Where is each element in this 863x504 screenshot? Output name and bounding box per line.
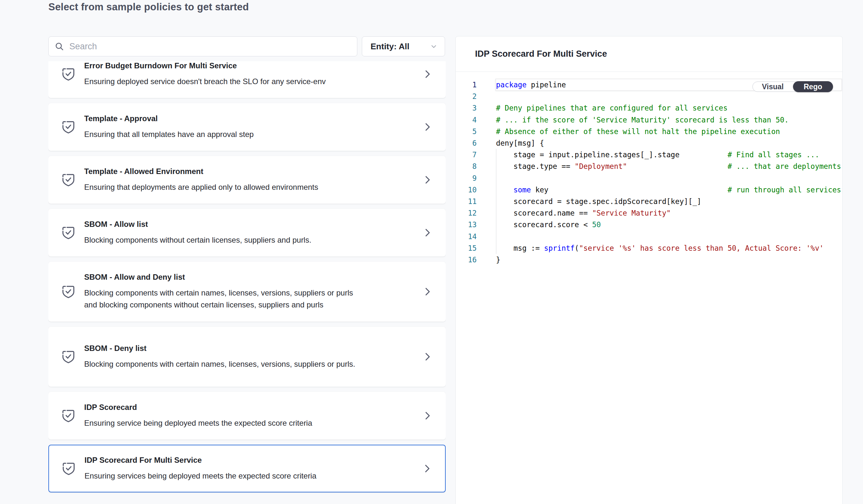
policy-card-title: SBOM - Deny list: [84, 344, 414, 353]
policy-card-description: Ensuring that all templates have an appr…: [84, 128, 362, 140]
line-content: # Absence of either of these will not ha…: [496, 127, 780, 136]
line-content: }: [496, 256, 501, 264]
policy-card-description: Ensuring that deployments are applied on…: [84, 181, 362, 193]
chevron-right-icon[interactable]: [422, 227, 433, 238]
policy-card-description: Ensuring deployed service doesn't breach…: [84, 75, 362, 87]
chevron-right-icon[interactable]: [422, 286, 433, 297]
policy-shield-icon: [61, 172, 76, 188]
rego-code-editor[interactable]: 1package pipeline23# Deny pipelines that…: [456, 72, 842, 504]
policy-card-description: Blocking components without certain lice…: [84, 234, 362, 246]
line-number: 3: [456, 104, 477, 112]
policy-card-3[interactable]: SBOM - Allow list Blocking components wi…: [48, 209, 446, 257]
policy-shield-icon: [61, 461, 76, 476]
code-line-7: 7 stage = input.pipeline.stages[_].stage…: [456, 149, 842, 160]
chevron-right-icon[interactable]: [422, 175, 433, 185]
code-line-4: 4# ... if the score of 'Service Maturity…: [456, 114, 842, 126]
code-lines: 1package pipeline23# Deny pipelines that…: [456, 72, 842, 266]
policy-card-text: IDP Scorecard Ensuring service being dep…: [84, 403, 414, 429]
code-line-11: 11 scorecard = stage.spec.idpScorecard[k…: [456, 196, 842, 207]
policy-card-1[interactable]: Template - Approval Ensuring that all te…: [48, 103, 446, 151]
toggle-option-visual[interactable]: Visual: [753, 82, 793, 91]
line-number: 7: [456, 151, 477, 159]
policy-card-2[interactable]: Template - Allowed Environment Ensuring …: [48, 156, 446, 204]
line-content: # ... if the score of 'Service Maturity'…: [496, 116, 789, 124]
line-content: stage.type == "Deployment" # ... that ar…: [496, 162, 841, 170]
policy-card-text: IDP Scorecard For Multi Service Ensuring…: [85, 456, 413, 482]
line-number: 10: [456, 185, 477, 194]
entity-filter-dropdown[interactable]: Entity: All: [362, 36, 445, 56]
code-line-15: 15 msg := sprintf("service '%s' has scor…: [456, 242, 842, 254]
line-number: 9: [456, 174, 477, 182]
chevron-right-icon[interactable]: [422, 410, 433, 421]
policy-card-0[interactable]: Error Budget Burndown For Multi Service …: [48, 61, 446, 98]
chevron-down-icon: [430, 42, 438, 50]
code-line-10: 10 some key # run through all services: [456, 184, 842, 196]
policy-card-description: Blocking components with certain names, …: [84, 287, 362, 311]
search-box[interactable]: [48, 36, 357, 56]
line-number: 13: [456, 220, 477, 229]
policy-card-title: SBOM - Allow list: [84, 220, 414, 229]
line-number: 8: [456, 162, 477, 170]
chevron-right-icon[interactable]: [422, 69, 433, 80]
line-number: 2: [456, 92, 477, 101]
toggle-option-rego[interactable]: Rego: [793, 81, 833, 92]
line-number: 11: [456, 197, 477, 206]
code-line-8: 8 stage.type == "Deployment" # ... that …: [456, 160, 842, 172]
line-content: deny[msg] {: [496, 139, 544, 147]
policy-card-text: SBOM - Allow list Blocking components wi…: [84, 220, 414, 246]
line-number: 15: [456, 244, 477, 252]
code-line-6: 6deny[msg] {: [456, 137, 842, 149]
line-content: stage = input.pipeline.stages[_].stage #…: [496, 151, 819, 159]
code-line-2: 2: [456, 91, 842, 102]
policy-shield-icon: [61, 349, 76, 364]
line-number: 6: [456, 139, 477, 147]
code-line-13: 13 scorecard.score < 50: [456, 219, 842, 230]
line-content: # Deny pipelines that are configured for…: [496, 104, 727, 112]
policy-card-title: IDP Scorecard: [84, 403, 414, 412]
line-content: some key # run through all services: [496, 185, 841, 194]
line-content: scorecard.name == "Service Maturity": [496, 209, 671, 217]
policy-card-text: Error Budget Burndown For Multi Service …: [84, 61, 414, 87]
policy-card-5[interactable]: SBOM - Deny list Blocking components wit…: [48, 327, 446, 387]
chevron-right-icon[interactable]: [422, 121, 433, 132]
policy-card-text: SBOM - Allow and Deny list Blocking comp…: [84, 273, 414, 311]
policy-card-title: IDP Scorecard For Multi Service: [85, 456, 413, 465]
code-line-3: 3# Deny pipelines that are configured fo…: [456, 102, 842, 114]
line-content: package pipeline: [496, 80, 566, 89]
policy-shield-icon: [61, 66, 76, 82]
line-number: 12: [456, 209, 477, 217]
policy-list: Error Budget Burndown For Multi Service …: [48, 61, 446, 504]
line-number: 1: [456, 80, 477, 89]
policy-shield-icon: [61, 284, 76, 299]
policy-shield-icon: [61, 408, 76, 424]
line-number: 16: [456, 256, 477, 264]
policy-card-4[interactable]: SBOM - Allow and Deny list Blocking comp…: [48, 262, 446, 322]
preview-header: IDP Scorecard For Multi Service: [456, 36, 842, 72]
policy-shield-icon: [61, 119, 76, 135]
line-content: msg := sprintf("service '%s' has score l…: [496, 244, 824, 252]
policy-card-text: Template - Approval Ensuring that all te…: [84, 114, 414, 140]
code-line-16: 16}: [456, 254, 842, 266]
policy-card-6[interactable]: IDP Scorecard Ensuring service being dep…: [48, 392, 446, 440]
line-content: scorecard.score < 50: [496, 220, 601, 229]
code-line-14: 14: [456, 230, 842, 242]
policy-card-7[interactable]: IDP Scorecard For Multi Service Ensuring…: [48, 445, 446, 492]
chevron-right-icon[interactable]: [422, 463, 432, 474]
code-line-5: 5# Absence of either of these will not h…: [456, 126, 842, 137]
search-icon: [54, 41, 64, 51]
policy-card-description: Ensuring services being deployed meets t…: [85, 470, 362, 482]
policy-card-title: Template - Approval: [84, 114, 414, 123]
policy-preview-panel: IDP Scorecard For Multi Service 1package…: [455, 36, 843, 504]
editor-mode-toggle[interactable]: Visual Rego: [752, 81, 833, 92]
preview-title: IDP Scorecard For Multi Service: [475, 49, 607, 59]
policy-card-title: Template - Allowed Environment: [84, 167, 414, 176]
search-input[interactable]: [69, 41, 351, 52]
chevron-right-icon[interactable]: [422, 351, 433, 362]
policy-card-text: Template - Allowed Environment Ensuring …: [84, 167, 414, 193]
policy-shield-icon: [61, 225, 76, 241]
line-number: 4: [456, 116, 477, 124]
policy-card-title: Error Budget Burndown For Multi Service: [84, 61, 414, 70]
line-number: 5: [456, 127, 477, 136]
policy-card-text: SBOM - Deny list Blocking components wit…: [84, 344, 414, 370]
policy-card-description: Blocking components with certain names, …: [84, 358, 362, 370]
